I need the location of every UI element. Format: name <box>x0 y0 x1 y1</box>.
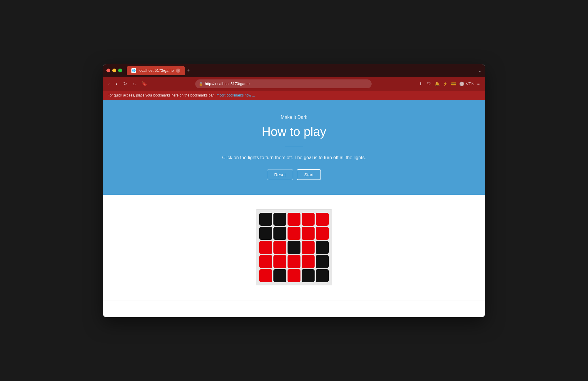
traffic-lights <box>106 69 122 72</box>
cell-2[interactable] <box>288 213 300 226</box>
cell-12[interactable] <box>288 241 300 254</box>
history-icon[interactable]: 🕐 <box>459 81 465 87</box>
share-icon[interactable]: ⬆ <box>417 81 424 87</box>
maximize-button[interactable] <box>118 69 122 72</box>
tab-title: localhost:5173/game <box>138 68 174 73</box>
game-title: How to play <box>109 125 479 139</box>
cell-17[interactable] <box>288 255 300 268</box>
cell-9[interactable] <box>316 227 329 240</box>
window-chevron-icon[interactable]: ⌄ <box>478 68 482 73</box>
forward-button[interactable]: › <box>114 80 119 88</box>
cell-6[interactable] <box>273 227 286 240</box>
wallet-icon[interactable]: 💳 <box>450 81 457 87</box>
tab-bar: 🌐 localhost:5173/game ✕ + <box>127 66 475 75</box>
cell-21[interactable] <box>273 269 286 282</box>
bookmarks-text: For quick access, place your bookmarks h… <box>108 93 215 97</box>
button-group: Reset Start <box>109 169 479 180</box>
close-button[interactable] <box>106 69 110 72</box>
new-tab-button[interactable]: + <box>187 67 190 74</box>
bookmark-button[interactable]: 🔖 <box>140 80 149 88</box>
cell-14[interactable] <box>316 241 329 254</box>
cell-5[interactable] <box>259 227 272 240</box>
brave-shield-icon[interactable]: 🛡 <box>426 81 432 87</box>
extensions-icon[interactable]: ⚡ <box>442 81 449 87</box>
menu-icon[interactable]: ≡ <box>475 81 482 87</box>
cell-10[interactable] <box>259 241 272 254</box>
header-divider <box>285 146 303 146</box>
game-board-section <box>103 195 485 300</box>
cell-24[interactable] <box>316 269 329 282</box>
cell-0[interactable] <box>259 213 272 226</box>
cell-4[interactable] <box>316 213 329 226</box>
nav-icons-right: ⬆ 🛡 🔔 ⚡ 💳 🕐 VPN ≡ <box>417 81 482 87</box>
cell-1[interactable] <box>273 213 286 226</box>
cell-15[interactable] <box>259 255 272 268</box>
game-header: Make It Dark How to play Click on the li… <box>103 100 485 195</box>
cell-7[interactable] <box>288 227 300 240</box>
game-grid-container <box>256 209 332 285</box>
reset-button[interactable]: Reset <box>267 169 293 180</box>
cell-22[interactable] <box>288 269 300 282</box>
game-description: Click on the lights to turn them off. Th… <box>109 155 479 160</box>
game-subtitle: Make It Dark <box>109 115 479 120</box>
home-button[interactable]: ⌂ <box>131 80 138 88</box>
vpn-icon[interactable]: VPN <box>467 81 473 87</box>
browser-window: 🌐 localhost:5173/game ✕ + ⌄ ‹ › ↻ ⌂ 🔖 🔒 … <box>103 64 485 317</box>
bookmarks-bar: For quick access, place your bookmarks h… <box>103 91 485 100</box>
minimize-button[interactable] <box>112 69 116 72</box>
notification-icon[interactable]: 🔔 <box>434 81 440 87</box>
start-button[interactable]: Start <box>297 169 321 180</box>
cell-20[interactable] <box>259 269 272 282</box>
active-tab[interactable]: 🌐 localhost:5173/game ✕ <box>127 66 185 75</box>
back-button[interactable]: ‹ <box>106 80 111 88</box>
cell-8[interactable] <box>302 227 315 240</box>
cell-13[interactable] <box>302 241 315 254</box>
reload-button[interactable]: ↻ <box>121 80 129 88</box>
title-bar: 🌐 localhost:5173/game ✕ + ⌄ <box>103 64 485 77</box>
url-text: http://localhost:5173/game <box>205 81 250 86</box>
cell-18[interactable] <box>302 255 315 268</box>
tab-close-icon[interactable]: ✕ <box>176 69 180 73</box>
footer-divider <box>103 300 485 300</box>
address-bar[interactable]: 🔒 http://localhost:5173/game <box>195 79 372 88</box>
tab-favicon: 🌐 <box>131 68 136 73</box>
cell-16[interactable] <box>273 255 286 268</box>
import-bookmarks-link[interactable]: Import bookmarks now ... <box>216 93 255 97</box>
cell-11[interactable] <box>273 241 286 254</box>
cell-23[interactable] <box>302 269 315 282</box>
lock-icon: 🔒 <box>199 82 203 86</box>
cell-3[interactable] <box>302 213 315 226</box>
nav-bar: ‹ › ↻ ⌂ 🔖 🔒 http://localhost:5173/game ⬆… <box>103 77 485 91</box>
cell-19[interactable] <box>316 255 329 268</box>
game-grid <box>259 213 329 282</box>
